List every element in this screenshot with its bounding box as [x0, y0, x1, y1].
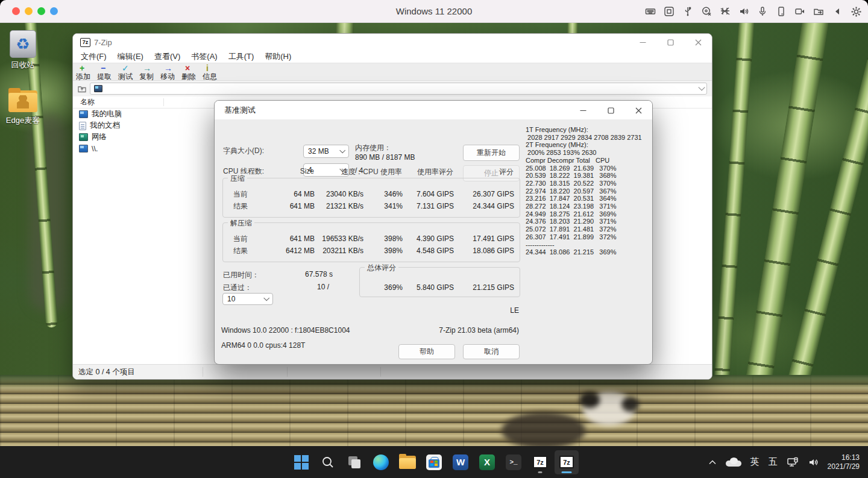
close-button[interactable]: [624, 101, 652, 120]
header-cpu: CPU 使用率: [363, 167, 402, 177]
restart-button[interactable]: 重新开始: [463, 145, 520, 161]
sevenzip-taskbar-button[interactable]: 7z: [528, 450, 552, 474]
network-icon[interactable]: [787, 457, 799, 468]
excel-button[interactable]: X: [475, 450, 499, 474]
file-explorer-button[interactable]: [395, 450, 420, 474]
dialog-titlebar[interactable]: 基准测试: [215, 101, 652, 120]
snapshot-grid-icon[interactable]: [663, 5, 675, 17]
settings-gear-icon[interactable]: [850, 5, 862, 17]
menu-item[interactable]: 编辑(E): [118, 51, 143, 62]
menu-item[interactable]: 查看(V): [154, 51, 180, 62]
minimize-button[interactable]: [629, 34, 656, 51]
volume-icon[interactable]: [738, 5, 750, 17]
tray-chevron-up-icon[interactable]: [708, 459, 717, 465]
dictionary-size-label: 字典大小(D):: [223, 146, 264, 156]
header-size: Size: [259, 167, 314, 177]
toolbar-label: 提取: [97, 72, 112, 81]
toolbar-button[interactable]: − 提取: [97, 63, 118, 80]
desktop-icon-label: 回收站: [0, 60, 46, 71]
recycle-bin-icon: ♻: [10, 30, 36, 58]
task-view-button[interactable]: [342, 450, 366, 474]
desktop-icon-edge-folder[interactable]: Edge麦客: [0, 88, 46, 126]
toolbar-button[interactable]: × 删除: [181, 63, 203, 80]
row-speed: 203211 KB/s: [315, 247, 363, 255]
window-titlebar[interactable]: 7z 7-Zip: [73, 34, 712, 51]
row-usage: 7.604 GIPS: [403, 190, 454, 198]
frequency-line: 2028 2917 2929 2834 2708 2839 2731: [526, 134, 646, 142]
volume-icon[interactable]: [808, 457, 819, 468]
removable-disk-icon[interactable]: [775, 5, 787, 17]
menu-item[interactable]: 帮助(H): [265, 51, 291, 62]
frequency-line: 26.307 17.491 21.899 372%: [526, 233, 646, 241]
frequency-line: 22.974 18.220 20.597 367%: [526, 187, 646, 195]
clock[interactable]: 16:13 2021/7/29: [828, 453, 860, 471]
toolbar-icon: →: [160, 64, 172, 72]
toolbar-button[interactable]: → 复制: [139, 63, 160, 80]
chevron-down-icon[interactable]: [698, 84, 705, 90]
item-icon: [79, 145, 88, 153]
search-icon: [321, 455, 335, 470]
menu-item[interactable]: 书签(A): [191, 51, 217, 62]
shared-folder-icon[interactable]: [813, 5, 825, 17]
terminal-button[interactable]: >_: [502, 450, 526, 474]
row-label: 结果: [229, 246, 259, 256]
microsoft-store-button[interactable]: [422, 450, 446, 474]
word-button[interactable]: W: [448, 450, 473, 474]
dictionary-size-value: 32 MB: [308, 147, 329, 156]
passes-select[interactable]: 10: [222, 293, 273, 305]
chevron-down-icon: [263, 295, 269, 301]
edge-button[interactable]: [369, 450, 393, 474]
passes-value: 10 /: [223, 283, 329, 291]
benchmark-row: 当前 64 MB 23040 KB/s 346% 7.604 GIPS 26.3…: [229, 188, 520, 200]
ime-mode-indicator[interactable]: 五: [769, 456, 778, 468]
minimize-button[interactable]: [569, 101, 597, 120]
close-button[interactable]: [684, 34, 712, 51]
wallpaper-bamboo-logs: [0, 375, 868, 446]
help-button[interactable]: 帮助: [398, 344, 455, 359]
cancel-button[interactable]: 取消: [463, 344, 520, 359]
up-one-level-icon[interactable]: [77, 84, 87, 93]
frequency-line: 22.730 18.315 20.522 370%: [526, 180, 646, 187]
start-button[interactable]: [289, 450, 313, 474]
keyboard-icon[interactable]: [644, 5, 656, 17]
toolbar-label: 信息: [203, 72, 217, 81]
usb-icon[interactable]: [682, 5, 694, 17]
frequency-line: Compr Decompr Total CPU: [526, 157, 646, 165]
sevenzip-active-taskbar-button[interactable]: 7z: [555, 450, 579, 474]
edge-icon: [373, 454, 389, 470]
network-adapter-icon[interactable]: [719, 5, 731, 17]
row-speed: 196533 KB/s: [315, 234, 363, 243]
row-speed: 23040 KB/s: [315, 190, 363, 198]
toolbar-label: 测试: [118, 72, 133, 81]
toolbar-button[interactable]: → 移动: [160, 63, 181, 80]
maximize-button[interactable]: [597, 101, 624, 120]
frequency-line: 25.008 18.269 21.639 370%: [526, 165, 646, 172]
search-button[interactable]: [316, 450, 340, 474]
dictionary-size-select[interactable]: 32 MB: [303, 145, 349, 158]
toolbar-button[interactable]: ✓ 测试: [118, 63, 139, 80]
taskbar-icons: W X >_ 7z 7z: [289, 446, 579, 478]
microphone-icon[interactable]: [756, 5, 769, 17]
disc-icon[interactable]: [700, 5, 712, 17]
onedrive-cloud-icon[interactable]: [726, 458, 741, 467]
decompression-rows: 当前 641 MB 196533 KB/s 398% 4.390 GIPS 17…: [223, 223, 520, 257]
back-icon[interactable]: [831, 5, 843, 17]
toolbar-label: 移动: [160, 72, 175, 81]
memory-usage-value: 890 MB / 8187 MB: [355, 153, 415, 162]
toolbar-label: 删除: [181, 72, 196, 81]
camera-icon[interactable]: [794, 5, 806, 17]
toolbar-button[interactable]: i 信息: [203, 63, 224, 80]
row-usage: 4.390 GIPS: [403, 234, 454, 243]
address-combobox[interactable]: [90, 83, 707, 95]
excel-icon: X: [479, 454, 495, 470]
compression-rows: 当前 64 MB 23040 KB/s 346% 7.604 GIPS 26.3…: [223, 178, 520, 212]
desktop-icon-recycle-bin[interactable]: ♻ 回收站: [0, 30, 46, 71]
column-name[interactable]: 名称: [73, 97, 95, 107]
frequency-line: 23.216 17.847 20.531 364%: [526, 195, 646, 203]
ime-language-indicator[interactable]: 英: [750, 456, 760, 468]
row-cpu: 346%: [363, 190, 403, 198]
menu-item[interactable]: 工具(T): [228, 51, 254, 62]
menu-item[interactable]: 文件(F): [81, 51, 107, 62]
toolbar-button[interactable]: + 添加: [76, 63, 97, 80]
maximize-button[interactable]: [656, 34, 684, 51]
